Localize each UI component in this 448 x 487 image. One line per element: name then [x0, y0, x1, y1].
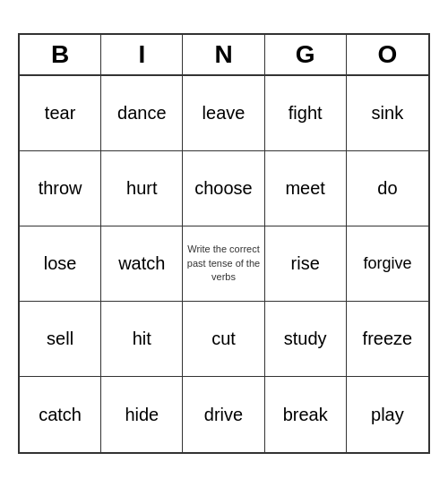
cell-text: meet — [285, 178, 324, 199]
bingo-cell[interactable]: hurt — [101, 151, 183, 226]
bingo-cell[interactable]: drive — [183, 377, 264, 452]
header-letter: G — [265, 35, 347, 74]
bingo-cell[interactable]: leave — [183, 76, 264, 151]
cell-text: Write the correct past tense of the verb… — [186, 243, 260, 284]
header-letter: O — [347, 35, 428, 74]
bingo-cell[interactable]: Write the correct past tense of the verb… — [183, 226, 264, 302]
cell-text: cut — [211, 329, 236, 349]
bingo-cell[interactable]: rise — [265, 226, 347, 302]
cell-text: do — [377, 178, 397, 199]
cell-text: watch — [118, 253, 165, 274]
bingo-cell[interactable]: watch — [101, 226, 183, 302]
header-letter: I — [101, 35, 183, 74]
cell-text: sink — [372, 103, 404, 124]
cell-text: freeze — [363, 329, 413, 349]
cell-text: drive — [204, 405, 243, 425]
header-letter: N — [183, 35, 264, 74]
cell-text: lose — [44, 253, 77, 274]
cell-text: hit — [133, 329, 151, 349]
bingo-cell[interactable]: fight — [265, 76, 347, 151]
bingo-cell[interactable]: freeze — [347, 302, 428, 377]
bingo-cell[interactable]: sink — [347, 76, 428, 151]
cell-text: tear — [45, 103, 75, 124]
bingo-cell[interactable]: study — [265, 302, 347, 377]
bingo-cell[interactable]: do — [347, 151, 428, 226]
bingo-cell[interactable]: tear — [20, 76, 101, 151]
header-letter: B — [20, 35, 101, 74]
bingo-cell[interactable]: meet — [265, 151, 347, 226]
cell-text: throw — [39, 178, 82, 199]
bingo-cell[interactable]: throw — [20, 151, 101, 226]
bingo-cell[interactable]: cut — [183, 302, 264, 377]
cell-text: forgive — [363, 254, 411, 273]
cell-text: choose — [194, 178, 253, 199]
bingo-cell[interactable]: play — [347, 377, 428, 452]
cell-text: fight — [289, 103, 323, 124]
cell-text: hide — [125, 405, 159, 425]
cell-text: catch — [39, 405, 82, 425]
bingo-grid: teardanceleavefightsinkthrowhurtchooseme… — [20, 76, 428, 452]
bingo-card: BINGO teardanceleavefightsinkthrowhurtch… — [18, 33, 430, 454]
cell-text: dance — [117, 103, 167, 124]
bingo-cell[interactable]: dance — [101, 76, 183, 151]
bingo-cell[interactable]: forgive — [347, 226, 428, 302]
bingo-cell[interactable]: catch — [20, 377, 101, 452]
bingo-cell[interactable]: sell — [20, 302, 101, 377]
bingo-cell[interactable]: hide — [101, 377, 183, 452]
cell-text: break — [283, 405, 328, 425]
bingo-cell[interactable]: choose — [183, 151, 264, 226]
bingo-cell[interactable]: lose — [20, 226, 101, 302]
cell-text: sell — [47, 329, 73, 349]
cell-text: hurt — [126, 178, 157, 199]
bingo-cell[interactable]: break — [265, 377, 347, 452]
cell-text: leave — [202, 103, 246, 124]
cell-text: rise — [291, 253, 320, 274]
bingo-cell[interactable]: hit — [101, 302, 183, 377]
bingo-header: BINGO — [20, 35, 428, 76]
cell-text: play — [371, 405, 404, 425]
cell-text: study — [284, 329, 327, 349]
